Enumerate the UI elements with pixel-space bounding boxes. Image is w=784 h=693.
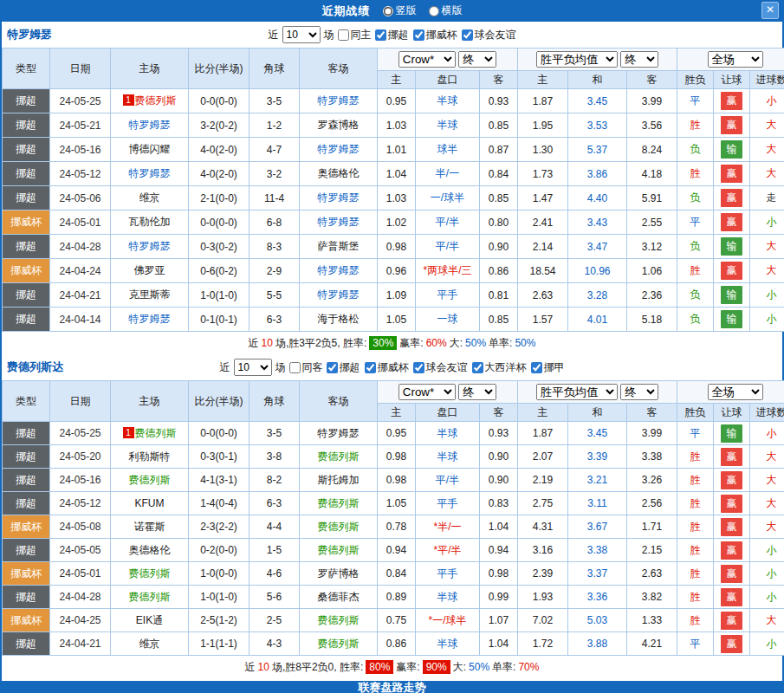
league-filter-checkbox[interactable]: 球会友谊 [413, 360, 468, 375]
scope-select[interactable]: 全场 [708, 384, 763, 400]
away-team[interactable]: 萨普斯堡 [300, 235, 378, 259]
scope-select[interactable]: 全场 [708, 51, 763, 68]
league-trend-footer[interactable]: 联赛盘路走势 [2, 681, 782, 693]
europe-stage-select[interactable]: 终 [620, 384, 658, 400]
home-team[interactable]: 利勒斯特 [111, 445, 189, 469]
handicap-line: *半/一 [416, 515, 480, 539]
away-team[interactable]: 特罗姆瑟 [300, 259, 378, 283]
away-team[interactable]: 特罗姆瑟 [300, 210, 378, 235]
result-cell: 胜 [677, 562, 714, 586]
league-filter-checkbox[interactable]: 球会友谊 [462, 28, 516, 42]
home-team[interactable]: 诺霍斯 [111, 515, 189, 539]
league-filter-checkbox-input[interactable] [531, 362, 542, 373]
home-handicap-odds: 0.84 [378, 562, 416, 586]
odds-provider-select[interactable]: Crow* [398, 384, 456, 400]
same-venue-checkbox[interactable]: 同客 [289, 360, 323, 375]
same-venue-checkbox-input[interactable] [289, 362, 301, 373]
league-filter-checkbox-input[interactable] [472, 362, 483, 373]
europe-odds-select[interactable]: 胜平负均值 [536, 384, 618, 400]
home-team[interactable]: 特罗姆瑟 [111, 235, 189, 259]
match-date: 24-05-21 [50, 113, 111, 138]
home-team[interactable]: 1费德列斯 [111, 89, 189, 113]
europe-stage-select[interactable]: 终 [620, 51, 658, 68]
league-filter-checkbox[interactable]: 挪超 [375, 28, 409, 42]
league-filter-checkbox[interactable]: 挪威杯 [365, 360, 409, 375]
away-team[interactable]: 罗萨博格 [300, 562, 378, 586]
team-name: 特罗姆瑟 [2, 27, 52, 42]
layout-horizontal-radio[interactable]: 横版 [429, 3, 463, 18]
team-section: 特罗姆瑟 近 10 场 同主 挪超挪威杯球会友谊 类型 [2, 22, 782, 354]
away-team[interactable]: 费德列斯 [300, 632, 378, 656]
match-count-select[interactable]: 10 [282, 26, 321, 43]
home-team[interactable]: 瓦勒伦加 [111, 210, 189, 235]
home-team[interactable]: 特罗姆瑟 [111, 162, 189, 186]
horizontal-radio-input[interactable] [429, 6, 439, 16]
same-venue-checkbox-input[interactable] [338, 29, 349, 41]
home-team[interactable]: 维京 [111, 186, 189, 210]
europe-odds-select[interactable]: 胜平负均值 [536, 51, 618, 68]
league-filter-checkbox[interactable]: 挪甲 [531, 360, 565, 375]
home-team[interactable]: 特罗姆瑟 [111, 113, 189, 138]
goals-cell: 小 [750, 586, 784, 609]
away-team[interactable]: 海于格松 [300, 308, 378, 332]
away-handicap-odds: 0.99 [480, 586, 518, 609]
away-team[interactable]: 费德列斯 [300, 515, 378, 539]
away-handicap-odds: 0.93 [480, 89, 518, 113]
odds-provider-select[interactable]: Crow* [398, 51, 456, 68]
match-row: 挪威杯24-05-01费德列斯1-0(0-0)4-6罗萨博格0.84平手0.98… [3, 562, 784, 586]
league-filter-checkbox-input[interactable] [413, 362, 424, 373]
away-handicap-odds: 0.90 [480, 235, 518, 259]
away-team[interactable]: 费德列斯 [300, 492, 378, 515]
corner-score: 5-5 [249, 283, 300, 308]
away-team[interactable]: 特罗姆瑟 [300, 186, 378, 210]
match-row: 挪超24-05-251费德列斯0-0(0-0)3-5特罗姆瑟0.95半球0.93… [3, 89, 784, 113]
draw-odds: 3.21 [568, 469, 627, 492]
away-team[interactable]: 特罗姆瑟 [300, 422, 378, 445]
league-filter-checkbox[interactable]: 挪超 [327, 360, 360, 375]
match-date: 24-05-01 [50, 210, 111, 235]
league-filter-checkbox-input[interactable] [413, 29, 424, 41]
league-filter-checkbox-input[interactable] [375, 29, 386, 41]
away-team[interactable]: 奥德格伦 [300, 162, 378, 186]
away-team[interactable]: 斯托姆加 [300, 469, 378, 492]
col-result: 胜负 [677, 71, 714, 89]
section-header: 费德列斯达 近 10 场 同客 挪超挪威杯球会友谊大西洋杯挪甲 [2, 354, 782, 380]
away-team[interactable]: 罗森博格 [300, 113, 378, 138]
away-team[interactable]: 特罗姆瑟 [300, 283, 378, 308]
league-filter-checkbox[interactable]: 大西洋杯 [472, 360, 527, 375]
away-team[interactable]: 费德列斯 [300, 609, 378, 632]
match-count-select[interactable]: 10 [234, 359, 272, 376]
home-team[interactable]: 费德列斯 [111, 469, 189, 492]
home-team[interactable]: 佛罗亚 [111, 259, 189, 283]
vertical-radio-input[interactable] [383, 6, 393, 16]
home-team[interactable]: 克里斯蒂 [111, 283, 189, 308]
home-team[interactable]: 特罗姆瑟 [111, 308, 189, 332]
away-team[interactable]: 特罗姆瑟 [300, 138, 378, 162]
away-team[interactable]: 特罗姆瑟 [300, 89, 378, 113]
odds-stage-select[interactable]: 终 [458, 51, 496, 68]
home-team[interactable]: 费德列斯 [111, 562, 189, 586]
away-team[interactable]: 费德列斯 [300, 539, 378, 562]
handicap-result-cell: 赢 [714, 162, 750, 186]
home-team[interactable]: KFUM [111, 492, 189, 515]
close-button[interactable]: ✕ [761, 2, 779, 19]
home-team[interactable]: 奥德格伦 [111, 539, 189, 562]
home-handicap-odds: 0.95 [378, 422, 416, 445]
league-filter-checkbox-input[interactable] [462, 29, 473, 41]
home-team[interactable]: 博德闪耀 [111, 138, 189, 162]
home-team[interactable]: 费德列斯 [111, 586, 189, 609]
league-filter-checkbox-input[interactable] [327, 362, 338, 373]
away-team[interactable]: 费德列斯 [300, 445, 378, 469]
league-filter-checkbox[interactable]: 挪威杯 [413, 28, 457, 42]
league-filter-checkbox-input[interactable] [365, 362, 376, 373]
away-team[interactable]: 桑德菲杰 [300, 586, 378, 609]
same-venue-checkbox[interactable]: 同主 [338, 28, 372, 42]
home-team[interactable]: EIK通 [111, 609, 189, 632]
match-score: 0-0(0-0) [189, 210, 249, 235]
odds-stage-select[interactable]: 终 [458, 384, 496, 400]
layout-vertical-radio[interactable]: 竖版 [383, 3, 417, 18]
home-team[interactable]: 1费德列斯 [111, 422, 189, 445]
col-corner: 角球 [249, 49, 300, 89]
home-team[interactable]: 维京 [111, 632, 189, 656]
col-asian-line: 盘口 [416, 71, 480, 89]
